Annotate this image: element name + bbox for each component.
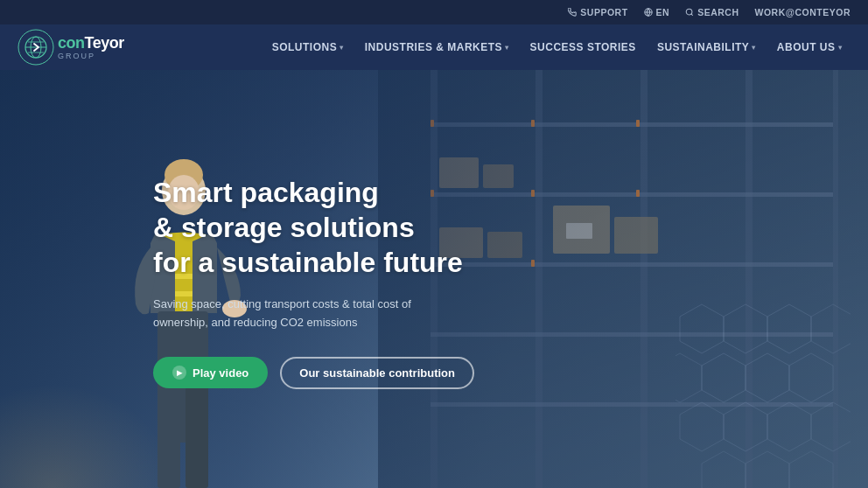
nav-success[interactable]: SUCCESS STORIES	[522, 36, 645, 59]
support-label: SUPPORT	[580, 7, 627, 17]
chevron-down-icon: ▾	[752, 44, 756, 52]
logo-text: conTeyor Group	[58, 35, 124, 60]
hero-content-block: Smart packaging & storage solutions for …	[153, 175, 474, 389]
play-video-button[interactable]: ▶ Play video	[153, 357, 268, 388]
sustainable-contribution-button[interactable]: Our sustainable contribution	[280, 357, 474, 389]
svg-marker-55	[767, 402, 811, 451]
svg-marker-50	[702, 353, 746, 402]
svg-marker-57	[702, 451, 746, 488]
work-label: WORK@CONTEYOR	[755, 7, 851, 17]
hero-headline: Smart packaging & storage solutions for …	[153, 175, 474, 280]
svg-marker-59	[789, 451, 833, 488]
svg-marker-45	[680, 304, 724, 353]
nav-items-list: SOLUTIONS ▾ INDUSTRIES & MARKETS ▾ SUCCE…	[159, 36, 850, 59]
svg-marker-46	[724, 304, 767, 353]
work-link[interactable]: WORK@CONTEYOR	[755, 7, 851, 17]
nav-solutions[interactable]: SOLUTIONS ▾	[263, 36, 353, 59]
svg-marker-48	[811, 304, 850, 353]
hero-subtext: Saving space, cutting transport costs & …	[153, 296, 433, 332]
chevron-down-icon: ▾	[340, 44, 344, 52]
svg-marker-53	[680, 402, 724, 451]
svg-point-2	[686, 9, 692, 15]
hero-section: Smart packaging & storage solutions for …	[0, 70, 868, 488]
svg-marker-52	[789, 353, 833, 402]
svg-marker-51	[746, 353, 789, 402]
support-link[interactable]: SUPPORT	[568, 7, 627, 17]
nav-sustainability[interactable]: SUSTAINABILITY ▾	[648, 36, 765, 59]
lang-link[interactable]: EN	[644, 7, 670, 17]
logo-name: conTeyor	[58, 35, 124, 51]
hero-cta-buttons: ▶ Play video Our sustainable contributio…	[153, 357, 474, 389]
logo-group: Group	[58, 52, 124, 60]
chevron-down-icon: ▾	[505, 44, 509, 52]
chevron-down-icon: ▾	[838, 44, 843, 52]
svg-marker-54	[724, 402, 767, 451]
play-icon: ▶	[172, 366, 186, 380]
top-utility-bar: SUPPORT EN SEARCH WORK@CONTEYOR	[0, 0, 868, 24]
search-link[interactable]: SEARCH	[685, 7, 738, 17]
logo[interactable]: conTeyor Group	[18, 29, 124, 66]
nav-industries[interactable]: INDUSTRIES & MARKETS ▾	[356, 36, 518, 59]
svg-marker-47	[767, 304, 811, 353]
svg-marker-49	[676, 353, 702, 402]
nav-about[interactable]: ABOUT US ▾	[768, 36, 850, 59]
main-navigation: conTeyor Group SOLUTIONS ▾ INDUSTRIES & …	[0, 24, 868, 70]
lang-label: EN	[656, 7, 670, 17]
svg-marker-58	[746, 451, 789, 488]
svg-marker-56	[811, 402, 850, 451]
svg-line-3	[691, 14, 693, 16]
search-label: SEARCH	[697, 7, 738, 17]
hex-pattern-decoration	[676, 296, 850, 488]
